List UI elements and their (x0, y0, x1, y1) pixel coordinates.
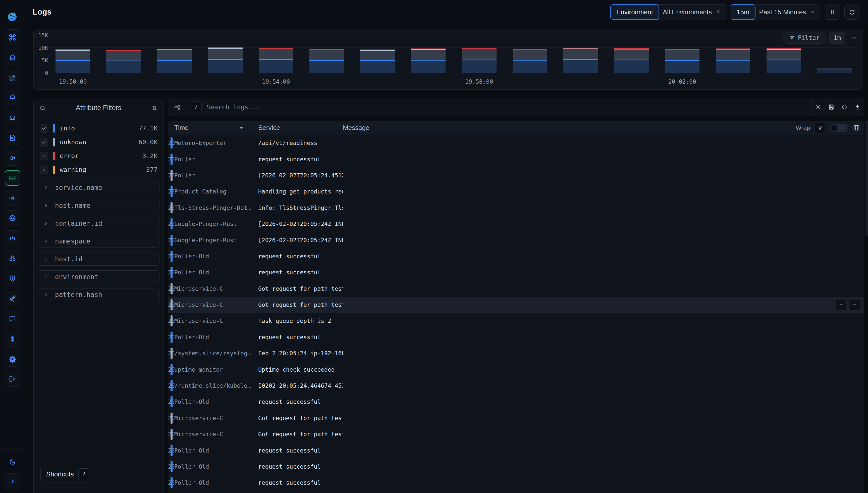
column-header-service[interactable]: Service (258, 124, 343, 132)
time-range-badge[interactable]: 15m (731, 4, 755, 20)
sidebar-item-home[interactable] (5, 49, 20, 65)
wrap-toggle[interactable] (830, 124, 848, 132)
severity-filter-row[interactable]: error 3.2K (34, 149, 163, 163)
table-row[interactable]: 20:05:24.462 Poller-Old request successf… (168, 458, 864, 475)
table-row[interactable]: 20:05:24.465 Microservice-C Task queue d… (168, 313, 864, 329)
sidebar-item-metrics[interactable] (5, 190, 20, 206)
severity-bar (171, 461, 173, 472)
sidebar-item-explore[interactable] (5, 291, 20, 306)
table-row[interactable]: 20:05:24.467 Microservice-C Got request … (168, 281, 864, 297)
scrollbar-thumb[interactable] (866, 121, 868, 236)
attribute-group[interactable]: host.id (38, 253, 159, 265)
metoro-logo-icon[interactable] (5, 3, 20, 23)
sidebar-item-workloads[interactable] (5, 251, 20, 266)
sidebar-item-billing[interactable] (5, 331, 20, 346)
include-filter-button[interactable] (836, 299, 847, 310)
dollar-icon (8, 335, 16, 343)
table-row[interactable]: 20:05:24.461 Poller-Old request successf… (168, 491, 864, 493)
table-row[interactable]: 20:05:24.463 Microservice-C Got request … (168, 426, 864, 442)
attribute-name: environment (55, 273, 98, 281)
shortcuts-button[interactable]: Shortcuts ? (40, 466, 93, 483)
severity-filter-row[interactable]: warning 377 (34, 163, 163, 177)
table-row[interactable]: 20:05:24.527 Google-Pinger-Rust [2026-02… (168, 232, 864, 248)
sidebar-item-network[interactable] (5, 210, 20, 226)
column-header-time[interactable]: Time (174, 124, 258, 132)
table-row[interactable]: 20:05:24.465 Poller-Old request successf… (168, 329, 864, 345)
clear-search-button[interactable] (811, 98, 825, 116)
table-row[interactable]: 20:05:24.465 /runtime.slice/kubele… I020… (168, 378, 864, 394)
sidebar-item-dashboards[interactable] (5, 70, 20, 85)
refresh-button[interactable] (844, 4, 860, 20)
attribute-group[interactable]: namespace (38, 235, 159, 248)
exclude-filter-button[interactable] (849, 299, 860, 310)
table-row[interactable]: 20:05:24.462 Poller-Old request successf… (168, 475, 864, 491)
chart-filter-button[interactable]: Filter (783, 32, 826, 44)
table-row[interactable]: 20:05:24.464 Poller-Old request successf… (168, 394, 864, 410)
search-input[interactable] (207, 104, 811, 111)
table-row[interactable]: 20:05:24.800 Metoro-Exporter /api/v1/rea… (168, 135, 864, 151)
bar-slot (356, 35, 399, 73)
download-logs-button[interactable] (851, 98, 864, 116)
sidebar-item-logs[interactable] (5, 170, 20, 186)
sidebar-item-settings[interactable] (5, 351, 20, 367)
sidebar-item-command-palette[interactable] (5, 29, 20, 45)
pattern-analytics-button[interactable] (168, 98, 186, 116)
table-row[interactable]: 20:05:24.527 Google-Pinger-Rust [2026-02… (168, 216, 864, 232)
table-row[interactable]: 20:05:24.462 Poller-Old request successf… (168, 442, 864, 458)
severity-bar (171, 299, 173, 310)
environment-toggle-button[interactable]: Environment (610, 4, 659, 20)
sort-icon[interactable] (151, 105, 158, 111)
table-row[interactable]: 20:05:24.466 Microservice-C Got request … (168, 297, 864, 313)
attribute-group[interactable]: service.name (38, 181, 159, 194)
sidebar-item-inbox[interactable] (5, 110, 20, 125)
table-row[interactable]: 20:05:24.535 Tls-Stress-Pinger-Dot… info… (168, 200, 864, 216)
sidebar-item-service-map[interactable] (5, 150, 20, 166)
log-service: Poller-Old (174, 269, 258, 276)
columns-button[interactable] (853, 124, 860, 132)
expand-sidebar-button[interactable] (5, 473, 20, 489)
checkbox[interactable] (40, 166, 48, 174)
checkbox[interactable] (40, 138, 48, 147)
attribute-group[interactable]: container.id (38, 217, 159, 230)
sidebar-item-trace-search[interactable] (5, 130, 20, 146)
chart-more-button[interactable] (849, 32, 859, 44)
sidebar-item-alerts[interactable] (5, 90, 20, 105)
checkbox[interactable] (40, 124, 48, 133)
table-row[interactable]: 20:05:24.465 /system.slice/rsyslog… Feb … (168, 345, 864, 361)
query-syntax-button[interactable] (838, 98, 851, 116)
sidebar-item-logout[interactable] (5, 371, 20, 387)
table-row[interactable]: 20:05:24.708 Poller request successful (168, 151, 864, 167)
search-icon[interactable] (39, 105, 46, 111)
table-row[interactable]: 20:05:24.465 uptime-monitor Uptime check… (168, 361, 864, 378)
severity-filter-row[interactable]: unknown 60.0K (34, 135, 163, 149)
pause-button[interactable] (825, 4, 840, 20)
attribute-group[interactable]: environment (38, 270, 159, 283)
table-row[interactable]: 20:05:24.672 Poller [2026-02-02T20:05:24… (168, 167, 864, 184)
environment-select[interactable]: All Environments (656, 4, 726, 20)
environment-control: Environment All Environments (610, 4, 726, 20)
checkbox[interactable] (40, 152, 48, 160)
theme-toggle-button[interactable] (5, 455, 20, 468)
attribute-name: pattern.hash (55, 291, 102, 299)
question-key-badge: ? (79, 468, 89, 480)
severity-filter-row[interactable]: info 77.1K (34, 121, 163, 135)
save-search-button[interactable] (825, 98, 838, 116)
sidebar-item-mesh[interactable] (5, 231, 20, 246)
column-header-message[interactable]: Message (343, 124, 860, 132)
attribute-group[interactable]: pattern.hash (38, 288, 159, 301)
code-icon (841, 104, 848, 110)
table-row[interactable]: 20:05:24.463 Microservice-C Got request … (168, 410, 864, 426)
sidebar-item-chat[interactable] (5, 311, 20, 326)
log-service: Microservice-C (174, 415, 258, 422)
table-row[interactable]: 20:05:24.469 Poller-Old request successf… (168, 248, 864, 264)
sidebar-item-issues[interactable] (5, 271, 20, 286)
attribute-name: host.name (55, 202, 90, 209)
bar-20:03 (716, 48, 751, 73)
chart-interval-button[interactable]: 1m (829, 32, 845, 44)
x-axis-label: 19:58:00 (465, 79, 493, 85)
table-row[interactable]: 20:05:24.469 Poller-Old request successf… (168, 264, 864, 280)
log-service: Poller (174, 172, 258, 179)
table-row[interactable]: 20:05:24.645 Product-Catalog Handling ge… (168, 184, 864, 199)
time-range-select[interactable]: Past 15 Minutes (753, 4, 820, 20)
attribute-group[interactable]: host.name (38, 199, 159, 212)
